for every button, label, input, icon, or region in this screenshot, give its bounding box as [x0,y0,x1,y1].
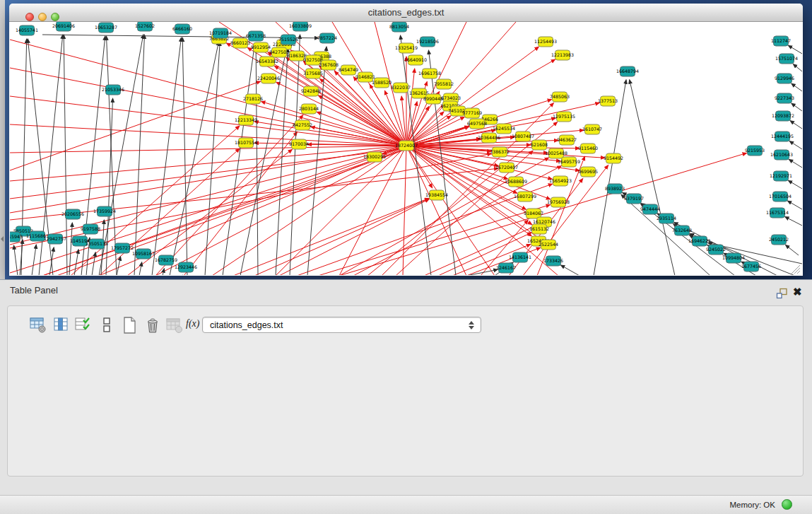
delete-column-icon[interactable] [143,316,162,334]
graph-node[interactable]: 9129946 [775,74,794,83]
citation-edge-black[interactable] [785,216,802,226]
citation-edge-red[interactable] [10,40,402,144]
graph-node[interactable]: 16961758 [418,69,441,78]
graph-node[interactable]: 8427552 [293,120,312,130]
graph-node[interactable]: 16210643 [770,150,793,160]
graph-node[interactable]: 12975135 [553,112,575,122]
graph-node[interactable]: 15751074 [775,54,798,64]
graph-node[interactable]: 1677456 [741,262,761,271]
graph-node[interactable]: 9170034 [289,139,309,149]
citation-edge-black[interactable] [789,141,802,149]
graph-node[interactable]: 7857224 [317,33,337,43]
citation-edge-black[interactable] [14,245,18,275]
graph-node[interactable]: 22420046 [257,74,280,83]
citation-edge-black[interactable] [788,45,802,54]
graph-node[interactable]: 16648794 [616,66,639,76]
graph-node[interactable]: 16245534 [493,124,515,134]
citation-edge-black[interactable] [785,245,799,255]
graph-node[interactable]: 621608 [531,140,548,150]
column-edit-icon[interactable] [74,316,93,334]
graph-node[interactable]: 9197588 [81,224,100,234]
graph-node[interactable]: 6497568 [467,119,487,129]
graph-node[interactable]: 12213349 [235,115,257,125]
network-view-window[interactable]: citations_edges.txt 18724007766382286601… [9,4,803,276]
graph-node[interactable]: 13325419 [395,43,418,53]
graph-node[interactable]: 17359924 [93,206,116,216]
graph-node[interactable]: 9245022 [706,245,726,255]
citation-edge-black[interactable] [790,121,802,129]
citation-edge-black[interactable] [630,80,675,275]
graph-node[interactable]: 1377513 [598,96,618,106]
float-panel-icon[interactable] [776,288,789,299]
graph-node[interactable]: 14055741 [16,25,38,35]
graph-node[interactable]: 7515526 [278,35,298,45]
graph-node[interactable]: 18107554 [235,138,257,148]
graph-node[interactable]: 8427503 [269,47,289,57]
graph-node[interactable]: 10653287 [95,23,117,33]
graph-node[interactable]: 2803144 [299,104,319,114]
graph-node[interactable]: 1588520 [372,78,392,88]
graph-node[interactable]: 8454749 [339,65,358,75]
graph-node[interactable]: 9154492 [604,153,623,163]
citation-edge-black[interactable] [792,83,802,91]
splitter-collapse-icon[interactable] [1,236,4,242]
graph-node[interactable]: 16782759 [155,255,177,265]
citation-edge-red[interactable] [411,146,552,179]
graph-node[interactable]: 12213983 [551,50,574,60]
citation-edge-black[interactable] [42,35,319,38]
citation-edge-black[interactable] [787,201,802,209]
graph-node[interactable]: 17016504 [769,192,792,201]
citation-edge-red[interactable] [10,146,402,245]
network-canvas[interactable]: 1872400776638228660123891295422260558842… [10,22,802,275]
graph-node[interactable]: 1527602 [135,22,155,31]
graph-node[interactable]: 6466160 [172,24,192,34]
citation-edge-black[interactable] [99,35,143,275]
graph-node[interactable]: 3175685 [303,69,323,78]
citation-edge-black[interactable] [74,250,78,275]
graph-node[interactable]: 6379197 [624,194,644,204]
graph-node[interactable]: 16640910 [404,55,427,65]
graph-node[interactable]: 8938923 [605,184,625,194]
graph-node[interactable]: 7386372 [490,147,510,157]
citation-edge-red[interactable] [184,132,298,275]
graph-node[interactable]: 15654923 [549,176,572,186]
citation-edge-red[interactable] [339,149,404,275]
citation-network-graph[interactable]: 1872400776638228660123891295422260558842… [10,22,802,275]
graph-node[interactable]: 1610747 [582,124,602,134]
graph-node[interactable]: 16946221 [688,236,711,246]
graph-node[interactable]: 19218506 [416,37,439,47]
graph-node[interactable]: 9463627 [557,135,577,145]
resize-grip[interactable] [792,265,800,274]
graph-node[interactable]: 10688609 [505,177,527,187]
graph-node[interactable]: 8660123 [230,38,250,48]
graph-node[interactable]: 11254493 [534,37,557,47]
citation-edge-red[interactable] [424,226,536,275]
window-titlebar[interactable]: citations_edges.txt [9,4,803,22]
graph-node[interactable]: 9777169 [462,108,482,118]
citation-edge-black[interactable] [170,42,219,275]
graph-node[interactable]: 8912954 [251,42,271,52]
column-chooser-icon[interactable] [52,316,71,334]
graph-node[interactable]: 12093872 [772,111,794,121]
graph-node[interactable]: 16033809 [289,22,312,31]
citation-edge-red[interactable] [276,148,404,275]
graph-node[interactable]: 7485063 [550,92,570,102]
graph-node[interactable]: 20364486 [478,133,500,143]
citation-edge-black[interactable] [792,103,802,111]
graph-node[interactable]: 8990448 [423,94,443,104]
graph-node[interactable]: 11675314 [766,208,789,218]
graph-node[interactable]: 9215953 [745,146,765,156]
graph-node[interactable]: 9242848 [301,86,321,96]
citation-edge-red[interactable] [10,146,402,181]
row-height-icon[interactable] [98,316,116,334]
graph-node[interactable]: 9115460 [578,144,598,153]
create-column-icon[interactable] [121,316,139,334]
graph-node[interactable]: 12444195 [771,132,794,141]
citation-edge-black[interactable] [789,159,802,168]
citation-edge-red[interactable] [10,124,402,146]
graph-node[interactable]: 9699695 [578,167,598,177]
citation-edge-red[interactable] [382,103,554,275]
graph-node[interactable]: 9227343 [775,93,794,103]
graph-node[interactable]: 2367608 [319,60,339,70]
graph-node[interactable]: 20206556 [61,209,84,219]
